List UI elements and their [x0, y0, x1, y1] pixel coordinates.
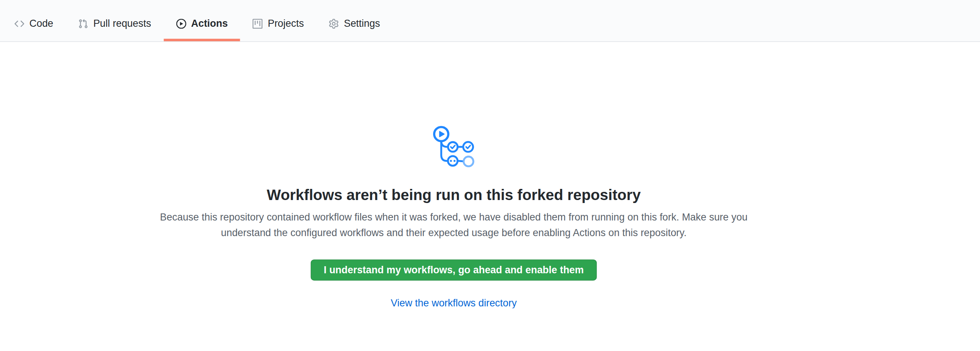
enable-workflows-button[interactable]: I understand my workflows, go ahead and …	[310, 259, 597, 281]
tab-pull-requests[interactable]: Pull requests	[66, 6, 164, 41]
workflow-graph-icon	[433, 125, 474, 168]
tab-settings-label: Settings	[344, 19, 380, 29]
page-title: Workflows aren’t being run on this forke…	[0, 186, 907, 204]
git-pull-request-icon	[78, 19, 89, 29]
gear-icon	[329, 19, 339, 29]
link-row: View the workflows directory	[0, 295, 907, 310]
description-text: Because this repository contained workfl…	[153, 209, 754, 241]
tab-settings[interactable]: Settings	[317, 6, 393, 41]
tab-actions-label: Actions	[191, 19, 228, 29]
blankslate: Workflows aren’t being run on this forke…	[0, 125, 907, 311]
play-circle-icon	[176, 19, 186, 29]
page: Code Pull requests Actions Projects Sett	[0, 0, 980, 351]
tab-code-label: Code	[29, 19, 53, 29]
code-icon	[14, 19, 24, 29]
workflows-directory-link[interactable]: View the workflows directory	[391, 295, 517, 310]
button-row: I understand my workflows, go ahead and …	[0, 259, 907, 281]
repo-nav: Code Pull requests Actions Projects Sett	[0, 0, 980, 42]
project-icon	[253, 19, 263, 29]
tab-pull-requests-label: Pull requests	[93, 19, 151, 29]
tab-projects-label: Projects	[268, 19, 304, 29]
tab-actions[interactable]: Actions	[164, 6, 240, 41]
tab-code[interactable]: Code	[2, 6, 66, 41]
tab-projects[interactable]: Projects	[240, 6, 317, 41]
